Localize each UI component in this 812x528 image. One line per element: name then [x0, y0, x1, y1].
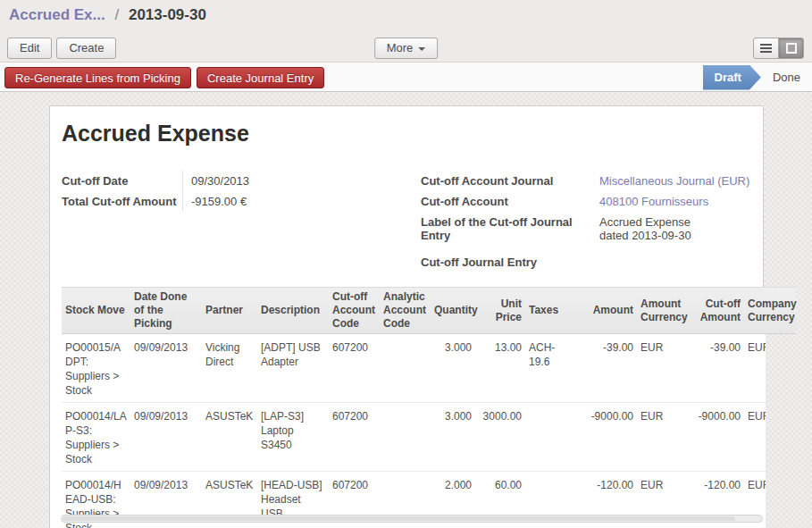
- column-header-amount-currency: Amount Currency: [637, 295, 689, 327]
- cell-unit-price: 3000.00: [475, 403, 525, 471]
- statusbar: Draft Done: [703, 63, 804, 92]
- field-group-left: Cut-off Date 09/30/2013 Total Cut-off Am…: [62, 171, 412, 212]
- field-value-cutoff-date: 09/30/2013: [182, 171, 412, 191]
- field-value-cutoff-account-journal[interactable]: Miscellaneous Journal (EUR): [599, 171, 749, 191]
- cell-quantity: 3.000: [431, 403, 475, 471]
- cell-quantity: 3.000: [431, 334, 475, 402]
- field-value-total-cutoff-amount: -9159.00 €: [182, 191, 412, 212]
- field-value-journal-entry-label: Accrued Expense dated 2013-09-30: [599, 212, 720, 246]
- breadcrumb: Accrued Ex... / 2013-09-30: [9, 6, 206, 24]
- horizontal-scrollbar[interactable]: [61, 515, 763, 523]
- cell-company-currency: EUR: [744, 403, 766, 471]
- column-header-quantity: Quantity: [431, 301, 475, 320]
- cell-company-currency: EUR: [744, 334, 766, 402]
- column-header-taxes: Taxes: [525, 301, 578, 320]
- column-header-date-done: Date Done of the Picking: [130, 288, 202, 333]
- chevron-down-icon: [418, 47, 425, 51]
- form-view-button[interactable]: [778, 38, 804, 59]
- edit-button[interactable]: Edit: [7, 38, 52, 59]
- column-header-partner: Partner: [202, 301, 257, 320]
- page-title: Accrued Expense: [62, 121, 751, 147]
- cell-description: [LAP-S3] Laptop S3450: [257, 403, 329, 471]
- cell-stock-move: PO00014/LAP-S3: Suppliers > Stock: [62, 403, 130, 471]
- cell-cutoff-account-code: 607200: [329, 334, 380, 402]
- table-header: Stock MoveDate Done of the PickingPartne…: [62, 287, 796, 334]
- lines-table: Stock MoveDate Done of the PickingPartne…: [62, 287, 751, 528]
- create-button[interactable]: Create: [56, 38, 116, 59]
- field-group-right: Cut-off Account Journal Miscellaneous Jo…: [421, 171, 751, 272]
- cell-analytic-account-code: [380, 334, 431, 402]
- column-header-description: Description: [257, 301, 329, 320]
- cell-description: [ADPT] USB Adapter: [257, 334, 329, 402]
- content-area: Accrued Expense Cut-off Date 09/30/2013 …: [0, 92, 812, 528]
- cell-amount: -39.00: [578, 334, 637, 402]
- field-label-cutoff-date: Cut-off Date: [62, 171, 182, 191]
- cell-date-done: 09/09/2013: [130, 334, 202, 402]
- list-view-icon: [760, 44, 772, 53]
- cell-amount-currency: EUR: [637, 334, 689, 402]
- field-value-cutoff-account[interactable]: 408100 Fournisseurs: [599, 191, 708, 212]
- regenerate-lines-button[interactable]: Re-Generate Lines from Picking: [4, 67, 191, 88]
- create-journal-entry-button[interactable]: Create Journal Entry: [197, 67, 324, 88]
- column-header-amount: Amount: [578, 301, 637, 320]
- cell-cutoff-account-code: 607200: [329, 403, 380, 471]
- cell-cutoff-amount: -39.00: [689, 334, 744, 402]
- cell-amount: -9000.00: [578, 403, 637, 471]
- cell-partner: ASUSTeK: [202, 403, 257, 471]
- field-label-total-cutoff-amount: Total Cut-off Amount: [62, 191, 182, 212]
- cell-amount-currency: EUR: [637, 403, 689, 471]
- list-view-button[interactable]: [753, 38, 779, 59]
- cell-cutoff-amount: -9000.00: [689, 403, 744, 471]
- cell-date-done: 09/09/2013: [130, 403, 202, 471]
- more-button-label: More: [387, 41, 414, 54]
- column-header-analytic-account-code: Analytic Account Code: [380, 288, 431, 333]
- more-button[interactable]: More: [374, 38, 439, 59]
- column-header-unit-price: Unit Price: [475, 295, 525, 327]
- column-header-stock-move: Stock Move: [62, 301, 130, 320]
- cell-partner: Vicking Direct: [202, 334, 257, 402]
- horizontal-scrollbar-thumb[interactable]: [63, 516, 735, 521]
- table-body: PO00015/ADPT: Suppliers > Stock09/09/201…: [62, 334, 766, 528]
- status-done: Done: [769, 71, 804, 84]
- cell-taxes: ACH-19.6: [525, 334, 578, 402]
- table-row[interactable]: PO00014/LAP-S3: Suppliers > Stock09/09/2…: [62, 402, 766, 471]
- breadcrumb-separator: /: [114, 6, 119, 23]
- cell-unit-price: 13.00: [475, 334, 525, 402]
- column-header-cutoff-amount: Cut-off Amount: [689, 295, 744, 327]
- field-label-cutoff-journal-entry: Cut-off Journal Entry: [421, 252, 599, 272]
- status-draft: Draft: [703, 65, 761, 90]
- column-header-cutoff-account-code: Cut-off Account Code: [329, 288, 380, 333]
- table-row[interactable]: PO00015/ADPT: Suppliers > Stock09/09/201…: [62, 334, 766, 402]
- cell-stock-move: PO00015/ADPT: Suppliers > Stock: [62, 334, 130, 402]
- field-label-journal-entry-label: Label of the Cut-off Journal Entry: [421, 212, 599, 246]
- cell-analytic-account-code: [380, 403, 431, 471]
- view-switcher: [753, 38, 804, 59]
- field-label-cutoff-account-journal: Cut-off Account Journal: [421, 171, 599, 191]
- field-label-cutoff-account: Cut-off Account: [421, 191, 599, 212]
- cell-taxes: [525, 403, 578, 471]
- breadcrumb-parent-link[interactable]: Accrued Ex...: [9, 6, 105, 23]
- form-view-icon: [786, 43, 797, 54]
- column-header-company-currency: Company Currency: [744, 295, 796, 327]
- action-bar: Re-Generate Lines from Picking Create Jo…: [0, 63, 812, 92]
- breadcrumb-current: 2013-09-30: [129, 6, 206, 23]
- form-sheet: Accrued Expense Cut-off Date 09/30/2013 …: [49, 105, 764, 528]
- top-bar: Accrued Ex... / 2013-09-30 Edit Create M…: [0, 0, 812, 63]
